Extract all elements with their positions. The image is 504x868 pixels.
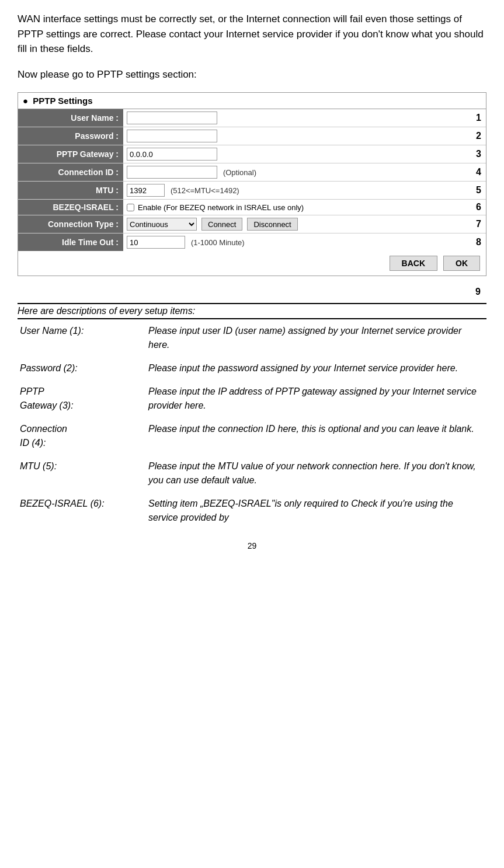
username-label: User Name :: [18, 109, 123, 127]
bezeq-checkbox[interactable]: [127, 204, 134, 211]
connection-id-input[interactable]: [127, 166, 217, 179]
desc-row-mtu: MTU (5): Please input the MTU value of y…: [18, 455, 486, 492]
pptp-title: PPTP Settings: [33, 96, 92, 106]
intro-text: WAN interface settings must be correctly…: [18, 12, 486, 57]
connection-type-select[interactable]: Continuous Connect on Demand Manual: [127, 218, 197, 231]
password-input[interactable]: [127, 130, 217, 142]
num-9: 9: [18, 287, 486, 297]
idle-timeout-input[interactable]: [127, 236, 185, 249]
table-row: BEZEQ-ISRAEL : Enable (For BEZEQ network…: [18, 200, 486, 215]
idle-timeout-label: Idle Time Out :: [18, 233, 123, 252]
desc-row-connection-id: ConnectionID (4): Please input the conne…: [18, 417, 486, 455]
desc-row-username: User Name (1): Please input user ID (use…: [18, 319, 486, 357]
bezeq-checkbox-label: Enable (For BEZEQ network in ISRAEL use …: [138, 203, 304, 212]
table-row: PPTP Gateway : 3: [18, 145, 486, 163]
connection-id-label: Connection ID :: [18, 163, 123, 182]
page-number: 29: [18, 541, 486, 550]
section-heading: Now please go to PPTP settings section:: [18, 67, 486, 82]
descriptions-table: User Name (1): Please input user ID (use…: [18, 319, 486, 529]
descriptions-heading: Here are descriptions of every setup ite…: [18, 303, 486, 319]
desc-term-bezeq: BEZEQ-ISRAEL (6):: [18, 492, 146, 529]
bezeq-label: BEZEQ-ISRAEL :: [18, 200, 123, 215]
bezeq-checkbox-row: Enable (For BEZEQ network in ISRAEL use …: [127, 203, 465, 212]
desc-def-password: Please input the password assigned by yo…: [146, 357, 486, 380]
pptp-gateway-input[interactable]: [127, 148, 217, 161]
connect-button[interactable]: Connect: [201, 218, 242, 231]
back-button[interactable]: BACK: [390, 256, 437, 271]
table-row: Password : 2: [18, 127, 486, 145]
table-row: Idle Time Out : (1-1000 Minute) 8: [18, 233, 486, 252]
disconnect-button[interactable]: Disconnect: [247, 218, 297, 231]
desc-row-password: Password (2): Please input the password …: [18, 357, 486, 380]
desc-def-bezeq: Setting item „BEZEQ-ISRAEL"is only requi…: [146, 492, 486, 529]
desc-row-pptp-gateway: PPTPGateway (3): Please input the IP add…: [18, 380, 486, 417]
desc-term-pptp-gateway: PPTPGateway (3):: [18, 380, 146, 417]
mtu-label: MTU :: [18, 182, 123, 200]
row-num-5: 5: [468, 182, 486, 200]
table-row: Connection Type : Continuous Connect on …: [18, 215, 486, 233]
row-num-7: 7: [468, 215, 486, 233]
mtu-hint: (512<=MTU<=1492): [171, 186, 239, 195]
row-num-1: 1: [468, 109, 486, 127]
idle-timeout-hint: (1-1000 Minute): [191, 238, 245, 247]
password-label: Password :: [18, 127, 123, 145]
bullet-icon: ●: [23, 96, 28, 106]
table-row: Connection ID : (Optional) 4: [18, 163, 486, 182]
username-input-cell: [123, 109, 468, 127]
bezeq-input-cell: Enable (For BEZEQ network in ISRAEL use …: [123, 200, 468, 215]
table-row: User Name : 1: [18, 109, 486, 127]
connection-type-input-cell: Continuous Connect on Demand Manual Conn…: [123, 215, 468, 233]
connection-id-input-cell: (Optional): [123, 163, 468, 182]
pptp-title-row: ● PPTP Settings: [18, 93, 486, 109]
connection-type-row: Continuous Connect on Demand Manual Conn…: [127, 218, 465, 231]
username-input[interactable]: [127, 111, 217, 124]
desc-term-connection-id: ConnectionID (4):: [18, 417, 146, 455]
password-input-cell: [123, 127, 468, 145]
desc-row-bezeq: BEZEQ-ISRAEL (6): Setting item „BEZEQ-IS…: [18, 492, 486, 529]
mtu-input-cell: (512<=MTU<=1492): [123, 182, 468, 200]
row-num-3: 3: [468, 145, 486, 163]
pptp-gateway-label: PPTP Gateway :: [18, 145, 123, 163]
connection-id-hint: (Optional): [223, 168, 256, 177]
row-num-6: 6: [468, 200, 486, 215]
idle-timeout-input-cell: (1-1000 Minute): [123, 233, 468, 252]
pptp-settings-box: ● PPTP Settings User Name : 1 Password :…: [18, 92, 486, 276]
row-num-2: 2: [468, 127, 486, 145]
desc-def-username: Please input user ID (user name) assigne…: [146, 319, 486, 357]
pptp-table: User Name : 1 Password : 2 PPTP Gateway …: [18, 109, 486, 251]
table-row: MTU : (512<=MTU<=1492) 5: [18, 182, 486, 200]
bottom-buttons-row: BACK OK: [18, 251, 486, 276]
desc-def-connection-id: Please input the connection ID here, thi…: [146, 417, 486, 455]
desc-term-username: User Name (1):: [18, 319, 146, 357]
desc-term-password: Password (2):: [18, 357, 146, 380]
ok-button[interactable]: OK: [443, 256, 480, 271]
desc-term-mtu: MTU (5):: [18, 455, 146, 492]
desc-def-mtu: Please input the MTU value of your netwo…: [146, 455, 486, 492]
desc-def-pptp-gateway: Please input the IP address of PPTP gate…: [146, 380, 486, 417]
connection-type-label: Connection Type :: [18, 215, 123, 233]
mtu-input[interactable]: [127, 184, 165, 197]
row-num-8: 8: [468, 233, 486, 252]
row-num-4: 4: [468, 163, 486, 182]
pptp-gateway-input-cell: [123, 145, 468, 163]
